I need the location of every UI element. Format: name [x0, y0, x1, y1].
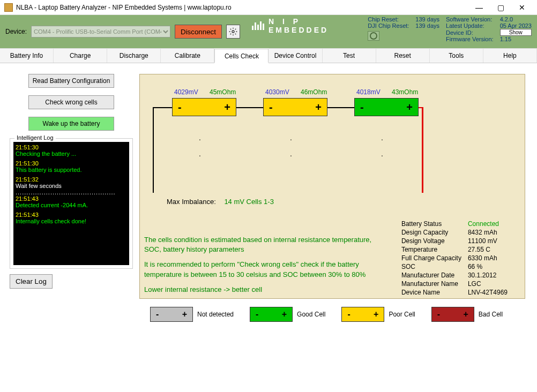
dji-reset-value: 139 days [415, 22, 439, 29]
cell-1-resistance: 45mOhm [210, 88, 236, 96]
tab-discharge[interactable]: Discharge [107, 48, 161, 63]
window-title: NLBA - Laptop Battery Analyzer - NIP Emb… [16, 4, 468, 11]
cells-canvas: 4029mV 45mOhm -+ 4030mV 46mOhm -+ 4018mV… [139, 74, 525, 299]
content-area: Read Battery Configuration Check wrong c… [0, 63, 537, 392]
cell-2: 4030mV 46mOhm -+ [263, 98, 327, 116]
design-capacity-value: 8432 mAh [468, 229, 513, 236]
manufacturer-date-value: 30.1.2012 [468, 272, 513, 279]
battery-stats: Battery StatusConnected Design Capacity8… [400, 219, 514, 297]
latest-update-value: 05 Apr 2023 [500, 22, 532, 29]
full-charge-capacity-value: 6330 mAh [468, 254, 513, 262]
gear-icon [229, 27, 237, 36]
tab-help[interactable]: Help [483, 48, 537, 63]
minimize-button[interactable]: — [468, 3, 490, 12]
max-imbalance: Max Imbalance: 14 mV Cells 1-3 [167, 198, 274, 206]
legend-good: -+ Good Cell [250, 307, 325, 322]
temperature-value: 27.55 C [468, 246, 513, 253]
cell-3: 4018mV 43mOhm -+ [354, 98, 419, 116]
tab-cells-check[interactable]: Cells Check [214, 49, 268, 63]
manufacturer-name-value: LGC [468, 280, 513, 288]
log-title: Intelligent Log [14, 134, 56, 141]
show-device-id-button[interactable]: Show [500, 29, 532, 36]
device-name-value: LNV-42T4969 [468, 289, 513, 296]
tab-battery-info[interactable]: Battery Info [0, 48, 54, 63]
legend-bad: -+ Bad Cell [431, 307, 503, 322]
max-imbalance-value: 14 mV Cells 1-3 [224, 198, 273, 206]
legend-poor: -+ Poor Cell [341, 307, 415, 322]
cell-1-voltage: 4029mV [174, 88, 198, 96]
toolbar: Device: COM4 - Prolific USB-to-Serial Co… [0, 15, 537, 48]
cell-1: 4029mV 45mOhm -+ [172, 98, 236, 116]
camera-icon[interactable] [368, 31, 379, 41]
dji-reset-label: DJI Chip Reset: [368, 22, 409, 29]
cell-2-resistance: 46mOhm [301, 88, 327, 96]
device-id-label: Device ID: [446, 29, 494, 36]
log-console[interactable]: 21:51:30 Checking the battery ... 21:51:… [13, 142, 129, 265]
sw-version-label: Software Version: [446, 16, 494, 22]
maximize-button[interactable]: ▢ [490, 3, 511, 12]
fw-version-label: Firmware Version: [446, 36, 494, 42]
legend-not-detected: -+ Not detected [150, 307, 234, 322]
cell-3-resistance: 43mOhm [392, 88, 418, 96]
disconnect-button[interactable]: Disconnect [175, 25, 222, 39]
logo: N I P EMBEDDED [252, 17, 329, 34]
clear-log-button[interactable]: Clear Log [10, 274, 53, 289]
title-bar: NLBA - Laptop Battery Analyzer - NIP Emb… [0, 0, 537, 15]
tab-test[interactable]: Test [323, 48, 376, 63]
device-label: Device: [5, 28, 27, 35]
fw-version-value: 1.15 [500, 36, 532, 42]
read-config-button[interactable]: Read Battery Configuration [28, 74, 114, 88]
design-voltage-value: 11100 mV [468, 237, 513, 245]
tab-calibrate[interactable]: Calibrate [161, 48, 214, 63]
left-column: Read Battery Configuration Check wrong c… [10, 74, 133, 289]
header-info: Chip Reset: 139 days Software Version: 4… [368, 16, 532, 42]
latest-update-label: Latest Update: [446, 22, 494, 29]
tab-charge[interactable]: Charge [54, 48, 107, 63]
tab-bar: Battery Info Charge Discharge Calibrate … [0, 48, 537, 63]
settings-button[interactable] [226, 25, 240, 39]
device-select[interactable]: COM4 - Prolific USB-to-Serial Comm Port … [31, 26, 170, 37]
log-group: Intelligent Log 21:51:30 Checking the ba… [10, 138, 133, 269]
close-button[interactable]: ✕ [511, 3, 533, 12]
cell-3-voltage: 4018mV [356, 88, 381, 96]
soc-value: 66 % [468, 263, 513, 270]
tab-reset[interactable]: Reset [376, 48, 430, 63]
chip-reset-label: Chip Reset: [368, 16, 409, 22]
chip-reset-value: 139 days [415, 16, 439, 22]
tab-tools[interactable]: Tools [430, 48, 483, 63]
app-icon [4, 3, 13, 12]
legend: -+ Not detected -+ Good Cell -+ Poor Cel… [150, 307, 503, 322]
explanation-text: The cells condition is estimated based o… [144, 235, 375, 300]
battery-status-value: Connected [468, 220, 513, 228]
check-wrong-cells-button[interactable]: Check wrong cells [28, 95, 114, 109]
sw-version-value: 4.2.0 [500, 16, 532, 22]
cell-2-voltage: 4030mV [265, 88, 289, 96]
wake-battery-button[interactable]: Wake up the battery [28, 117, 114, 131]
tab-device-control[interactable]: Device Control [268, 48, 322, 63]
svg-point-0 [232, 31, 234, 33]
